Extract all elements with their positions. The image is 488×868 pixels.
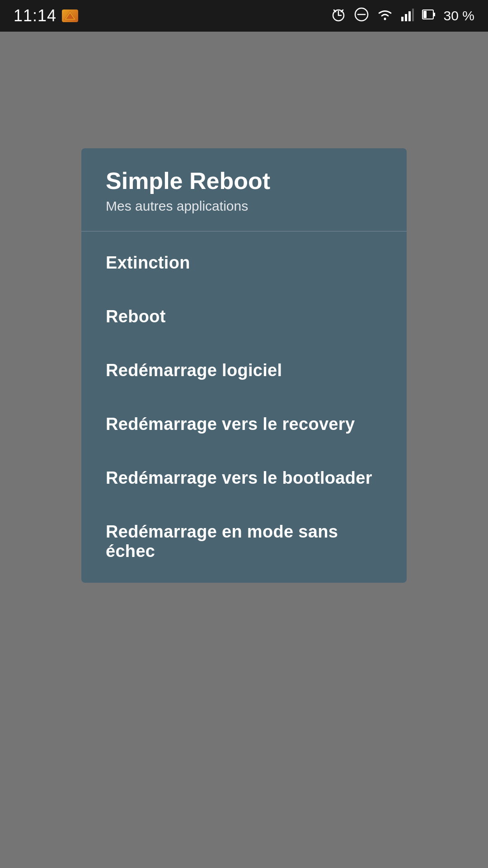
svg-rect-15 <box>433 13 435 16</box>
app-notification-icon <box>62 9 78 22</box>
menu-item-extinction[interactable]: Extinction <box>81 236 407 290</box>
wifi-icon <box>377 8 393 24</box>
menu-item-reboot-bootloader[interactable]: Redémarrage vers le bootloader <box>81 451 407 505</box>
svg-point-9 <box>384 18 386 20</box>
status-bar: 11:14 <box>0 0 488 32</box>
menu-list: ExtinctionRebootRedémarrage logicielRedé… <box>81 231 407 583</box>
menu-item-reboot[interactable]: Reboot <box>81 290 407 344</box>
svg-rect-11 <box>405 14 407 21</box>
svg-rect-10 <box>401 17 404 21</box>
status-bar-right: 30 % <box>331 7 474 25</box>
main-background: Simple Reboot Mes autres applications Ex… <box>0 32 488 868</box>
menu-item-reboot-safe[interactable]: Redémarrage en mode sans échec <box>81 505 407 578</box>
dialog-header: Simple Reboot Mes autres applications <box>81 148 407 231</box>
dnd-icon <box>354 7 369 25</box>
svg-rect-13 <box>412 9 414 21</box>
status-bar-left: 11:14 <box>14 6 78 25</box>
signal-icon <box>401 8 414 24</box>
battery-percentage: 30 % <box>444 8 474 24</box>
dialog-title: Simple Reboot <box>106 168 382 194</box>
battery-icon <box>422 8 436 24</box>
status-time: 11:14 <box>14 6 56 25</box>
svg-rect-12 <box>408 11 411 21</box>
dialog-subtitle: Mes autres applications <box>106 198 382 214</box>
dialog-card: Simple Reboot Mes autres applications Ex… <box>81 148 407 583</box>
alarm-icon <box>331 7 346 25</box>
svg-rect-16 <box>423 11 427 18</box>
menu-item-reboot-logiciel[interactable]: Redémarrage logiciel <box>81 344 407 397</box>
menu-item-reboot-recovery[interactable]: Redémarrage vers le recovery <box>81 397 407 451</box>
